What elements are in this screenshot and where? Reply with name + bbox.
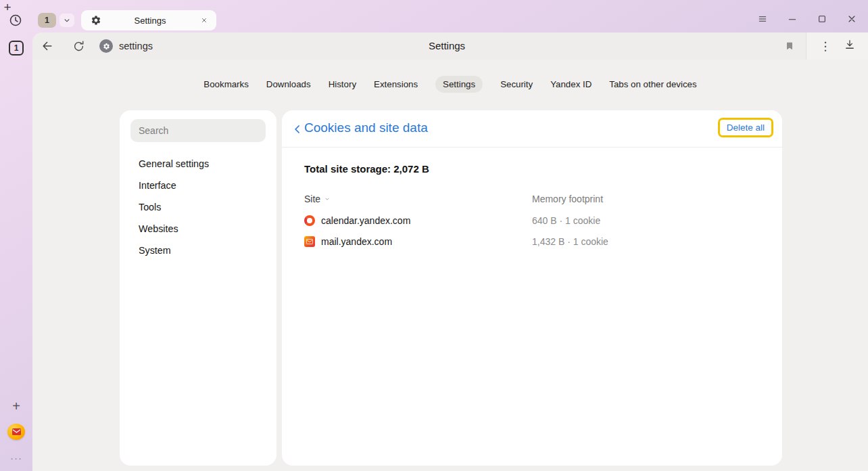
column-site-label[interactable]: Site	[304, 194, 320, 204]
sidebar-item-general-settings[interactable]: General settings	[130, 153, 266, 175]
close-window-icon[interactable]	[844, 11, 860, 27]
toolbar: settings Settings ⋮	[32, 32, 868, 60]
column-memory-label: Memory footprint	[532, 194, 603, 204]
cookies-panel-body: Total site storage: 2,072 B Site Memory …	[282, 148, 782, 252]
chevron-down-icon[interactable]	[59, 14, 74, 27]
total-storage-text: Total site storage: 2,072 B	[304, 162, 771, 176]
site-name: mail.yandex.com	[321, 236, 392, 247]
back-icon[interactable]	[41, 39, 54, 53]
settings-content: Bookmarks Downloads History Extensions S…	[32, 60, 868, 471]
reload-icon[interactable]	[72, 39, 85, 53]
bookmark-icon[interactable]	[783, 40, 796, 52]
nav-bookmarks[interactable]: Bookmarks	[203, 76, 249, 93]
gear-icon	[91, 15, 101, 26]
nav-downloads[interactable]: Downloads	[266, 76, 311, 93]
nav-security[interactable]: Security	[500, 76, 533, 93]
sidebar-item-interface[interactable]: Interface	[130, 175, 266, 196]
nav-settings[interactable]: Settings	[435, 76, 483, 93]
delete-all-button[interactable]: Delete all	[718, 118, 773, 137]
site-name: calendar.yandex.com	[321, 215, 410, 226]
mail-favicon	[304, 236, 315, 247]
table-row[interactable]: calendar.yandex.com 640 B · 1 cookie	[304, 210, 771, 231]
memory-value: 640 B · 1 cookie	[532, 215, 600, 226]
tab-bar: 1 Settings +	[0, 0, 868, 32]
sidebar-item-tools[interactable]: Tools	[130, 196, 266, 218]
browser-page: settings Settings ⋮ Bookmarks Downloads …	[32, 32, 868, 471]
sort-chevron-icon[interactable]	[324, 194, 331, 204]
table-row[interactable]: mail.yandex.com 1,432 B · 1 cookie	[304, 231, 771, 252]
mail-blob	[7, 424, 25, 440]
settings-nav: Bookmarks Downloads History Extensions S…	[32, 76, 868, 93]
menu-icon[interactable]	[754, 11, 771, 27]
settings-menu: General settings Interface Tools Website…	[130, 153, 266, 261]
memory-value: 1,432 B · 1 cookie	[532, 236, 608, 247]
window-controls	[754, 11, 860, 27]
yandex-mail-icon[interactable]	[7, 424, 25, 440]
cookies-panel-header: Cookies and site data Delete all	[282, 110, 782, 148]
tab-title: Settings	[101, 16, 199, 26]
search-input[interactable]	[130, 119, 266, 142]
settings-sidebar-card: General settings Interface Tools Website…	[120, 110, 276, 466]
back-chevron-icon[interactable]	[291, 122, 304, 136]
tab-counter-button[interactable]: 1	[38, 13, 56, 28]
calendar-favicon	[304, 215, 315, 226]
panel-title[interactable]: Cookies and site data	[304, 120, 428, 135]
more-icon[interactable]: ···	[7, 453, 26, 464]
side-strip: 1 + ···	[0, 32, 32, 471]
download-icon[interactable]	[844, 39, 856, 53]
maximize-icon[interactable]	[814, 11, 830, 27]
nav-yandex-id[interactable]: Yandex ID	[550, 76, 592, 93]
sidebar-plus-icon[interactable]: +	[9, 399, 24, 413]
site-favicon	[99, 39, 113, 53]
address-text[interactable]: settings	[119, 32, 153, 60]
toolbar-right-group: ⋮	[806, 32, 868, 60]
browser-window: 1 Settings +	[0, 0, 868, 471]
cookies-panel: Cookies and site data Delete all Total s…	[282, 110, 782, 466]
tab-settings[interactable]: Settings	[81, 10, 216, 30]
kebab-menu-icon[interactable]: ⋮	[819, 39, 832, 53]
nav-tabs-other-devices[interactable]: Tabs on other devices	[609, 76, 696, 93]
table-header: Site Memory footprint	[304, 192, 771, 206]
sidebar-item-websites[interactable]: Websites	[130, 218, 266, 240]
toolbar-page-title: Settings	[429, 32, 465, 60]
minimize-icon[interactable]	[784, 11, 800, 27]
close-tab-icon[interactable]	[199, 15, 210, 26]
nav-extensions[interactable]: Extensions	[374, 76, 418, 93]
sidebar-tab-count-button[interactable]: 1	[9, 41, 24, 55]
nav-history[interactable]: History	[329, 76, 356, 93]
sidebar-item-system[interactable]: System	[130, 240, 266, 261]
history-clock-icon[interactable]	[8, 13, 23, 28]
